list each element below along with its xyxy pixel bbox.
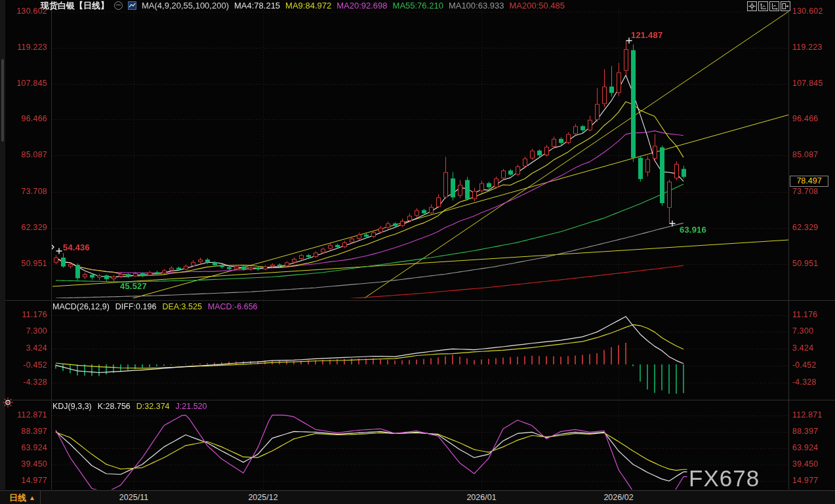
kdj-header-item: J:21.520 (176, 402, 207, 411)
macd-axis-label: 7.300 (792, 326, 833, 336)
price-axis-label: 107.845 (0, 79, 47, 88)
macd-axis-label: 11.176 (0, 310, 47, 320)
price-axis-label: 50.951 (792, 259, 833, 269)
date-label: 2025/12 (248, 493, 277, 502)
macd-axis-label: 3.424 (0, 343, 47, 353)
pan-crosshair-icon[interactable] (747, 1, 757, 11)
reset-price-axis-icon[interactable] (758, 1, 768, 11)
price-annotation: 45.527 (120, 281, 147, 291)
macd-header-item: DEA:3.525 (162, 302, 201, 311)
price-axis-label: 119.223 (792, 43, 833, 52)
ma-value-label: MA9:84.972 (285, 1, 331, 10)
price-annotation: 54.436 (63, 242, 90, 252)
price-axis-label: 96.466 (792, 114, 833, 124)
macd-header-item: DIFF:0.196 (115, 302, 157, 311)
macd-axis-label: -0.452 (792, 360, 833, 370)
macd-axis-label: 3.424 (792, 343, 833, 353)
ma-value-label: MA100:63.933 (449, 1, 504, 10)
chart-app: 现货白银【日线】 MA(4,9,20,55,100,200) MA4:78.21… (0, 0, 835, 504)
reset-time-axis-icon[interactable] (769, 1, 779, 11)
scroll-to-latest-icon[interactable] (781, 1, 790, 11)
price-axis-label: 96.466 (0, 114, 47, 124)
indicator-settings-icon[interactable] (3, 397, 13, 410)
price-axis-label: 62.329 (0, 223, 47, 233)
macd-header: MACD(26,12,9)DIFF:0.196DEA:3.525MACD:-6.… (52, 302, 258, 311)
chart-toolbar (747, 1, 790, 11)
date-label: 2025/11 (119, 493, 148, 502)
last-price-badge: 78.497 (790, 176, 828, 187)
kdj-axis-label: 112.871 (0, 410, 47, 420)
price-axis-label: 62.329 (792, 223, 833, 233)
price-axis-label: 130.602 (792, 7, 833, 16)
ma-value-label: MA4:78.215 (234, 1, 280, 10)
kdj-axis-label: 88.397 (0, 427, 47, 436)
period-up-arrow-icon: ▲ (29, 494, 35, 501)
kdj-header-item: KDJ(9,3,3) (52, 402, 92, 411)
ma-value-label: MA20:92.698 (336, 1, 387, 10)
symbol-title: 现货白银【日线】 (41, 1, 109, 10)
kdj-axis-label: 39.450 (0, 459, 47, 469)
macd-axis-label: -0.452 (0, 360, 47, 370)
macd-header-item: MACD:-6.656 (208, 302, 258, 311)
macd-axis-label: -4.328 (792, 378, 833, 387)
price-axis-label: 85.087 (792, 150, 833, 160)
kdj-axis-label: 14.977 (0, 476, 47, 486)
price-annotation: 63.916 (680, 225, 706, 235)
price-axis-label: 50.951 (0, 259, 47, 269)
kdj-header-item: K:28.756 (98, 402, 131, 411)
date-label: 2026/02 (603, 493, 633, 502)
chart-type-icon[interactable] (128, 1, 136, 10)
price-annotation: 121.487 (631, 30, 662, 40)
price-axis-label: 119.223 (0, 43, 47, 52)
price-axis-label: 73.708 (0, 187, 47, 197)
ma-value-label: MA200:50.485 (509, 1, 565, 10)
time-axis-bar: 日线 ▲ 2025/112025/122026/012026/02 (0, 490, 835, 504)
kdj-axis-label: 88.397 (792, 427, 833, 436)
price-axis-label: 85.087 (0, 150, 47, 160)
collapse-indicator-icon[interactable] (114, 1, 123, 10)
kdj-axis-label: 39.450 (792, 459, 833, 469)
ma-values: MA4:78.215MA9:84.972MA20:92.698MA55:76.2… (234, 1, 565, 10)
kdj-axis-label: 14.977 (792, 476, 833, 486)
ma-value-label: MA55:76.210 (393, 1, 443, 10)
macd-axis-label: 7.300 (0, 326, 47, 336)
macd-axis-label: 11.176 (792, 310, 833, 320)
kdj-header-item: D:32.374 (136, 402, 170, 411)
period-label: 日线 (9, 492, 26, 504)
date-label: 2026/01 (466, 493, 496, 502)
kdj-axis-label: 63.924 (0, 443, 47, 453)
kdj-axis-label: 112.871 (792, 410, 833, 420)
ma-settings-label: MA(4,9,20,55,100,200) (142, 1, 229, 10)
chart-legend: 现货白银【日线】 MA(4,9,20,55,100,200) MA4:78.21… (41, 1, 565, 10)
price-axis-label: 107.845 (792, 79, 833, 88)
watermark: FX678 (689, 465, 760, 492)
price-axis-label: 73.708 (792, 187, 833, 197)
macd-axis-label: -4.328 (0, 378, 47, 387)
macd-header-item: MACD(26,12,9) (52, 302, 110, 311)
chart-canvas[interactable] (0, 0, 835, 504)
kdj-header: KDJ(9,3,3)K:28.756D:32.374J:21.520 (52, 402, 207, 411)
period-selector[interactable]: 日线 ▲ (0, 491, 41, 504)
kdj-axis-label: 63.924 (792, 443, 833, 453)
left-scrollbar (0, 0, 5, 490)
left-scrollbar-thumb[interactable] (1, 59, 4, 142)
